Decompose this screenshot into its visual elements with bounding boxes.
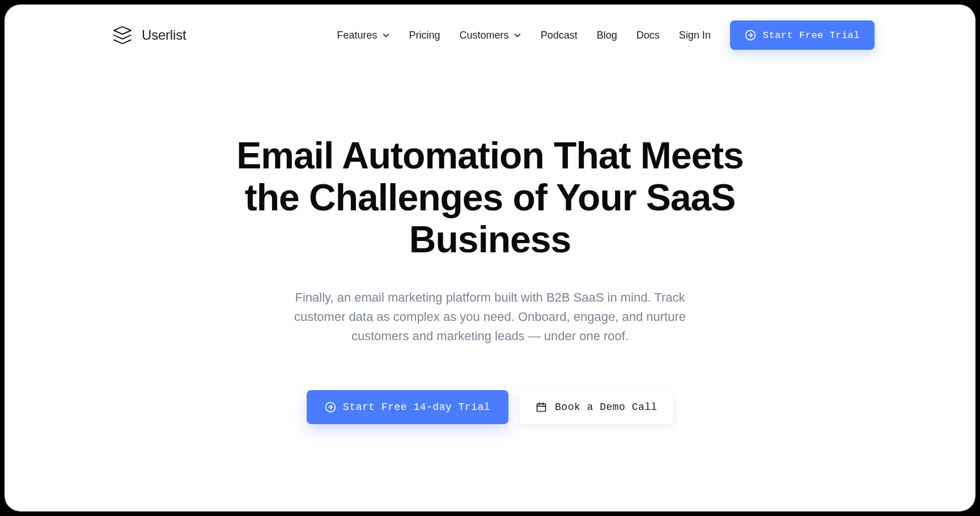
nav-pricing[interactable]: Pricing	[409, 29, 440, 41]
nav-customers[interactable]: Customers	[460, 29, 521, 41]
nav-label: Docs	[637, 29, 660, 41]
page-frame: Userlist Features Pricing Customers Podc…	[5, 5, 975, 511]
chevron-down-icon	[514, 31, 521, 39]
brand-name: Userlist	[142, 27, 186, 43]
stack-icon	[111, 24, 134, 46]
start-trial-button[interactable]: Start Free Trial	[730, 20, 875, 50]
nav-label: Podcast	[541, 29, 578, 41]
arrow-circle-icon	[745, 29, 756, 41]
start-trial-hero-button[interactable]: Start Free 14-day Trial	[307, 390, 508, 424]
hero-section: Email Automation That Meets the Challeng…	[5, 50, 975, 424]
button-label: Start Free 14-day Trial	[343, 401, 490, 413]
nav-label: Features	[337, 29, 377, 41]
nav-blog[interactable]: Blog	[597, 29, 617, 41]
button-label: Start Free Trial	[763, 30, 860, 41]
nav-docs[interactable]: Docs	[637, 29, 660, 41]
nav-features[interactable]: Features	[337, 29, 390, 41]
hero-headline: Email Automation That Meets the Challeng…	[207, 135, 774, 261]
chevron-down-icon	[382, 31, 390, 39]
nav-label: Sign In	[679, 29, 711, 41]
hero-subtext: Finally, an email marketing platform bui…	[286, 288, 694, 346]
nav-podcast[interactable]: Podcast	[541, 29, 578, 41]
book-demo-button[interactable]: Book a Demo Call	[520, 390, 673, 424]
site-header: Userlist Features Pricing Customers Podc…	[5, 5, 975, 50]
nav-label: Blog	[597, 29, 617, 41]
nav-label: Customers	[460, 29, 509, 41]
button-label: Book a Demo Call	[555, 401, 657, 413]
calendar-icon	[536, 401, 547, 413]
svg-rect-2	[537, 404, 546, 411]
cta-row: Start Free 14-day Trial Book a Demo Call	[5, 390, 975, 424]
main-nav: Features Pricing Customers Podcast Blog …	[337, 20, 948, 50]
nav-label: Pricing	[409, 29, 440, 41]
nav-signin[interactable]: Sign In	[679, 29, 711, 41]
arrow-circle-icon	[325, 401, 336, 413]
logo-group[interactable]: Userlist	[32, 24, 186, 46]
